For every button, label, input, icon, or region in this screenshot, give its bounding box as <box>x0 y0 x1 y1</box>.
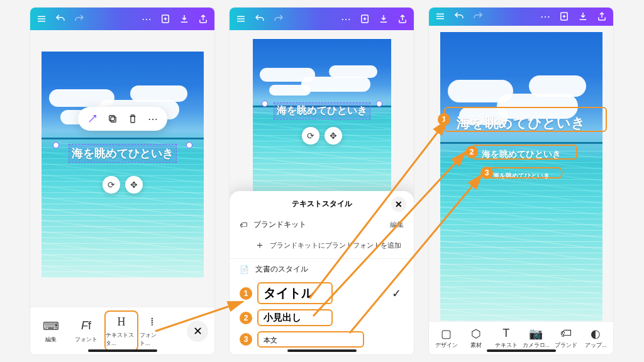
annotation-badge-2: 2 <box>465 146 478 158</box>
text-element-selected[interactable]: 海を眺めてひといき <box>274 103 370 119</box>
tool-font[interactable]: Ffフォント <box>69 316 103 346</box>
app-top-bar: ⋯ <box>429 8 613 26</box>
rotate-icon[interactable]: ⟳ <box>103 176 120 194</box>
document-icon: 📄 <box>240 265 249 274</box>
move-icon[interactable]: ✥ <box>325 127 342 145</box>
home-indicator <box>88 349 157 352</box>
editor-canvas[interactable]: ⋯ 海を眺めてひといき ⟳ ✥ <box>30 30 214 307</box>
nav-text[interactable]: Tテキスト <box>491 327 521 349</box>
rotate-icon[interactable]: ⟳ <box>302 127 319 145</box>
tool-keyboard[interactable]: ⌨編集 <box>34 316 68 346</box>
undo-icon[interactable] <box>54 13 67 25</box>
undo-icon[interactable] <box>453 10 465 23</box>
annotation-badge-1: 1 <box>438 113 450 126</box>
share-icon[interactable] <box>596 10 608 23</box>
app-top-bar: ⋯ <box>230 8 414 30</box>
home-indicator <box>487 349 556 352</box>
app-top-bar: ⋯ <box>30 8 214 30</box>
check-icon: ✓ <box>392 287 404 300</box>
text-element-selected[interactable]: 海を眺めてひといき <box>69 145 176 162</box>
phone-screen-3: ⋯ 海を眺めてひといき 海を眺めてひといき 海を眺めてひといき 1 2 3 <box>429 8 613 354</box>
annotation-badge-2: 2 <box>240 312 252 324</box>
menu-icon[interactable] <box>235 13 247 25</box>
more-icon[interactable]: ⋯ <box>140 13 153 25</box>
svg-rect-2 <box>109 116 114 121</box>
result-subtitle-box: 2 <box>472 145 577 160</box>
download-icon[interactable] <box>577 10 589 23</box>
add-page-icon[interactable] <box>159 13 172 25</box>
download-icon[interactable] <box>377 13 390 25</box>
close-sheet-button[interactable]: ✕ <box>391 197 406 212</box>
text-style-sheet: テキストスタイル ✕ 🏷 ブランドキット 編集 ＋ ブランドキットにブランドフォ… <box>230 191 414 354</box>
svg-rect-1 <box>111 117 116 122</box>
context-toolbar: ⋯ <box>78 107 167 131</box>
result-title-box: 1 <box>444 107 607 132</box>
style-option-title[interactable]: 1 タイトル ✓ <box>240 280 404 307</box>
brand-kit-row[interactable]: 🏷 ブランドキット 編集 <box>230 214 414 235</box>
sheet-title: テキストスタイル ✕ <box>230 199 414 209</box>
nav-brand[interactable]: 🏷ブランド <box>551 327 581 349</box>
home-indicator <box>287 349 357 352</box>
tool-text-style[interactable]: Hテキストスタ... <box>104 310 138 351</box>
style-option-subtitle[interactable]: 2 小見出し <box>240 307 404 329</box>
style-option-body[interactable]: 3 本文 <box>240 329 404 350</box>
annotation-badge-3: 3 <box>480 167 493 179</box>
more-icon[interactable]: ⋯ <box>539 10 552 23</box>
nav-elements[interactable]: ⬡素材 <box>462 327 492 349</box>
add-brand-font-row[interactable]: ＋ ブランドキットにブランドフォントを追加 <box>230 235 414 258</box>
phone-screen-2: ⋯ 海を眺めてひといき ⟳ ✥ テキストスタイル ✕ <box>230 8 414 354</box>
share-icon[interactable] <box>396 13 409 25</box>
redo-icon[interactable] <box>73 13 86 25</box>
move-icon[interactable]: ✥ <box>125 176 143 194</box>
annotation-badge-1: 1 <box>240 287 252 300</box>
phone-screen-1: ⋯ ⋯ 海を眺めてひといき ⟳ ✥ <box>30 8 214 354</box>
nav-apps[interactable]: ◐アップ... <box>581 327 611 349</box>
tool-font-size[interactable]: ⁞フォント... <box>140 312 165 350</box>
magic-edit-icon[interactable] <box>84 111 101 127</box>
share-icon[interactable] <box>197 13 209 25</box>
result-body-box: 3 <box>487 167 562 178</box>
menu-icon[interactable] <box>434 10 447 23</box>
brand-kit-icon: 🏷 <box>240 221 247 229</box>
edit-brand-link[interactable]: 編集 <box>390 220 404 229</box>
annotation-badge-3: 3 <box>240 333 252 346</box>
add-page-icon[interactable] <box>358 13 371 25</box>
close-toolbar-button[interactable]: ✕ <box>187 321 208 342</box>
add-page-icon[interactable] <box>558 10 570 23</box>
doc-style-row: 📄 文書のスタイル <box>230 258 414 280</box>
delete-icon[interactable] <box>125 111 141 127</box>
text-edit-toolbar: ⌨編集 Ffフォント Hテキストスタ... ⁞フォント... ✕ <box>30 307 214 354</box>
undo-icon[interactable] <box>253 13 266 25</box>
redo-icon[interactable] <box>272 13 285 25</box>
nav-design[interactable]: ▢デザイン <box>431 327 462 349</box>
more-icon[interactable]: ⋯ <box>340 13 352 25</box>
menu-icon[interactable] <box>35 13 48 25</box>
nav-camera[interactable]: 📷カメラロ... <box>521 327 552 349</box>
duplicate-icon[interactable] <box>104 111 121 127</box>
plus-icon: ＋ <box>255 239 265 252</box>
editor-canvas[interactable]: 海を眺めてひといき 海を眺めてひといき 海を眺めてひといき 1 2 3 <box>429 26 613 321</box>
download-icon[interactable] <box>178 13 191 25</box>
redo-icon[interactable] <box>472 10 484 23</box>
more-icon[interactable]: ⋯ <box>145 111 161 127</box>
